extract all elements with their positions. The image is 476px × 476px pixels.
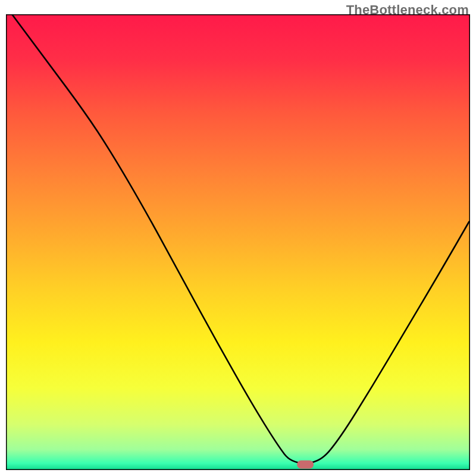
plot-area [6, 14, 470, 470]
bottleneck-chart [6, 14, 470, 470]
optimal-marker [297, 461, 314, 469]
chart-container: TheBottleneck.com [0, 0, 476, 476]
gradient-background [6, 14, 470, 470]
